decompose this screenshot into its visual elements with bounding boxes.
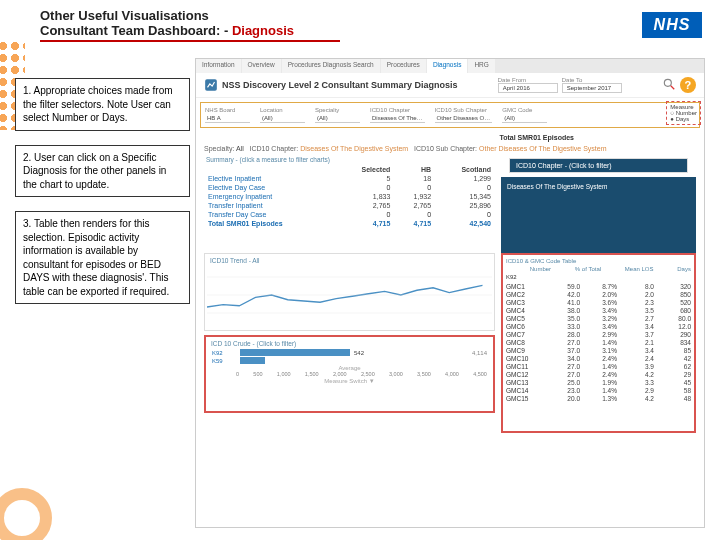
table-row[interactable]: Emergency Inpatient1,8331,93215,345 <box>204 192 495 201</box>
filter-icd10-chapter[interactable]: ICD10 ChapterDiseases Of The… <box>370 107 425 123</box>
summary-label: Summary - (click a measure to filter cha… <box>204 154 495 165</box>
gmc-row[interactable]: GMC341.03.6%2.3520 <box>506 298 691 306</box>
gmc-row[interactable]: GMC633.03.4%3.412.0 <box>506 322 691 330</box>
search-icon[interactable] <box>662 77 676 91</box>
icd10-chapter-panel[interactable]: ICD10 Chapter - (Click to filter) <box>509 158 688 173</box>
gmc-row[interactable]: GMC438.03.4%3.5680 <box>506 306 691 314</box>
filter-icd10-subchapter[interactable]: ICD10 Sub ChapterOther Diseases O… <box>435 107 493 123</box>
measure-switch[interactable]: Measure Switch ▼ <box>208 378 491 384</box>
icd10-chapter-value[interactable]: Diseases Of The Digestive System <box>501 177 696 253</box>
gmc-row[interactable]: GMC1127.01.4%3.962 <box>506 362 691 370</box>
help-icon[interactable]: ? <box>680 77 696 93</box>
gmc-row[interactable]: GMC1227.02.4%4.229 <box>506 370 691 378</box>
table-row[interactable]: Elective Inpatient5181,299 <box>204 174 495 183</box>
crude-chart[interactable]: ICD 10 Crude - (Click to filter) K925424… <box>204 335 495 413</box>
tab-procedures[interactable]: Procedures <box>381 59 426 73</box>
app-icon <box>204 78 218 92</box>
summary-table: SelectedHBScotland Elective Inpatient518… <box>204 165 495 228</box>
nhs-logo: NHS <box>642 12 702 38</box>
decorative-ring <box>0 488 52 540</box>
svg-point-1 <box>664 79 671 86</box>
filter-bar: NHS BoardHB A Location(All) Specialty(Al… <box>200 102 700 128</box>
gmc-row[interactable]: GMC827.01.4%2.1834 <box>506 338 691 346</box>
breadcrumb: Specialty: All ICD10 Chapter: Diseases O… <box>196 143 704 154</box>
table-row[interactable]: Transfer Inpatient2,7652,76525,896 <box>204 201 495 210</box>
gmc-row[interactable]: GMC1034.02.4%2.442 <box>506 354 691 362</box>
gmc-code-table[interactable]: ICD10 & GMC Code Table Number% of TotalM… <box>501 253 696 433</box>
tab-proc-diag-search[interactable]: Procedures Diagnosis Search <box>282 59 380 73</box>
gmc-row[interactable]: GMC728.02.9%3.7290 <box>506 330 691 338</box>
table-row[interactable]: Transfer Day Case000 <box>204 210 495 219</box>
k92-label: K92 <box>506 274 691 280</box>
measure-toggle[interactable]: Measure ○ Number ● Days <box>666 101 701 125</box>
gmc-row[interactable]: GMC937.03.1%3.485 <box>506 346 691 354</box>
table-row[interactable]: Elective Day Case000 <box>204 183 495 192</box>
tab-information[interactable]: Information <box>196 59 241 73</box>
dashboard-header: NSS Discovery Level 2 Consultant Summary… <box>196 73 704 98</box>
annotation-panel: 1. Appropriate choices made from the fil… <box>15 78 190 318</box>
crude-axis: 05001,0001,5002,0002,5003,0003,5004,0004… <box>236 371 487 377</box>
total-heading: Total SMR01 Episodes <box>196 132 704 143</box>
page-title: Other Useful Visualisations Consultant T… <box>40 8 340 42</box>
filter-gmc-code[interactable]: GMC Code(All) <box>502 107 547 123</box>
gmc-row[interactable]: GMC535.03.2%2.780.0 <box>506 314 691 322</box>
gmc-row[interactable]: GMC242.02.0%2.0850 <box>506 290 691 298</box>
filter-location[interactable]: Location(All) <box>260 107 305 123</box>
tab-overview[interactable]: Overview <box>242 59 281 73</box>
gmc-row[interactable]: GMC1325.01.9%3.345 <box>506 378 691 386</box>
annotation-2: 2. User can click on a Specific Diagnosi… <box>15 145 190 198</box>
svg-line-2 <box>671 86 675 90</box>
tab-bar: Information Overview Procedures Diagnosi… <box>196 59 704 73</box>
tab-diagnosis[interactable]: Diagnosis <box>427 59 468 73</box>
annotation-1: 1. Appropriate choices made from the fil… <box>15 78 190 131</box>
trend-chart[interactable]: ICD10 Trend - All <box>204 253 495 331</box>
gmc-row[interactable]: GMC1520.01.3%4.248 <box>506 394 691 402</box>
gmc-row[interactable]: GMC159.08.7%8.0320 <box>506 282 691 290</box>
table-total-row[interactable]: Total SMR01 Episodes4,7154,71542,540 <box>204 219 495 228</box>
filter-specialty[interactable]: Specialty(All) <box>315 107 360 123</box>
filter-nhs-board[interactable]: NHS BoardHB A <box>205 107 250 123</box>
date-to-field[interactable]: Date ToSeptember 2017 <box>562 77 622 93</box>
gmc-row[interactable]: GMC1423.01.4%2.958 <box>506 386 691 394</box>
tab-hrg[interactable]: HRG <box>468 59 494 73</box>
dashboard-title: NSS Discovery Level 2 Consultant Summary… <box>222 80 458 90</box>
date-from-field[interactable]: Date FromApril 2016 <box>498 77 558 93</box>
annotation-3: 3. Table then renders for this selection… <box>15 211 190 304</box>
dashboard-frame: Information Overview Procedures Diagnosi… <box>195 58 705 528</box>
